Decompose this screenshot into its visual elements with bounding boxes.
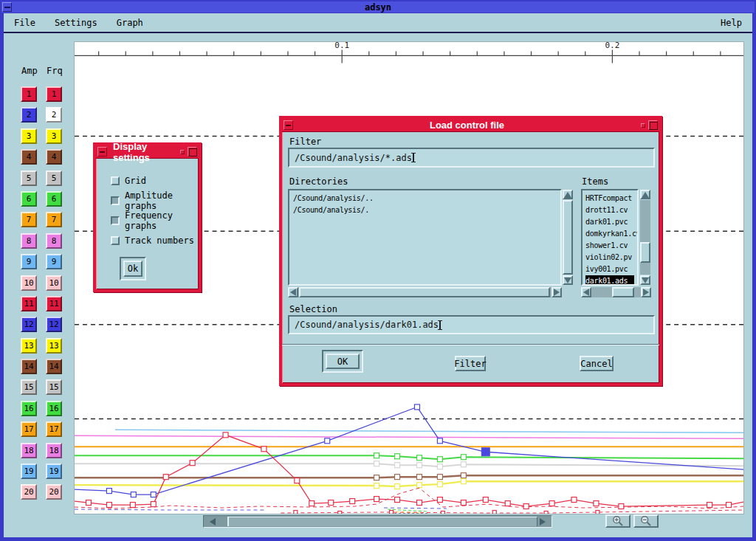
frq-track-7-button[interactable]: 7 xyxy=(46,212,62,227)
load-dialog-titlebar[interactable]: Load control file xyxy=(282,119,659,132)
file-list-item[interactable]: HRTFcompact xyxy=(585,193,634,204)
amp-track-10-button[interactable]: 10 xyxy=(21,275,37,291)
amp-track-17-button[interactable]: 17 xyxy=(21,421,37,437)
scroll-right-icon[interactable] xyxy=(641,287,651,297)
amp-track-5-button[interactable]: 5 xyxy=(21,170,37,186)
scrollbar-thumb[interactable] xyxy=(227,517,537,526)
freq-track4-brown-marker[interactable] xyxy=(461,473,466,478)
freq-track5-silver-marker[interactable] xyxy=(437,464,442,469)
amp-track1-red-marker[interactable] xyxy=(483,497,488,503)
amp-track1-red-marker[interactable] xyxy=(571,497,577,503)
minimize-icon[interactable] xyxy=(284,120,293,130)
menu-graph[interactable]: Graph xyxy=(117,18,143,28)
file-list-item[interactable]: violin02.pv xyxy=(585,252,634,263)
frq-track-9-button[interactable]: 9 xyxy=(46,254,62,269)
time-scrollbar[interactable] xyxy=(203,515,552,528)
amp-track-2-button[interactable]: 2 xyxy=(21,107,37,123)
scrollbar-thumb[interactable] xyxy=(563,200,573,275)
amp-track-20-button[interactable]: 20 xyxy=(21,484,37,500)
amp-track2-blue-marker[interactable] xyxy=(131,492,136,497)
file-list-item-selected[interactable]: dark01.ads xyxy=(585,275,634,286)
load-filter-button[interactable]: Filter xyxy=(455,356,486,371)
frq-track-11-button[interactable]: 11 xyxy=(46,296,62,311)
frq-track-5-button[interactable]: 5 xyxy=(46,170,62,186)
freq-track6-green-marker[interactable] xyxy=(374,453,379,458)
frq-track-18-button[interactable]: 18 xyxy=(46,443,62,458)
amp-track1-red-marker[interactable] xyxy=(505,501,510,506)
checked-checkbox-icon[interactable] xyxy=(111,196,120,205)
directory-list-item[interactable]: /Csound/analysis/.. xyxy=(293,193,557,204)
items-hscrollbar[interactable] xyxy=(581,287,651,297)
frq-track-2-button[interactable]: 2 xyxy=(46,107,62,123)
dialog-dot-icon[interactable] xyxy=(180,150,185,154)
zoom-in-button[interactable] xyxy=(605,514,630,528)
zoom-out-button[interactable] xyxy=(633,514,659,528)
amp-track-18-button[interactable]: 18 xyxy=(21,443,37,458)
scrollbar-thumb[interactable] xyxy=(640,242,650,263)
frq-track-16-button[interactable]: 16 xyxy=(46,401,62,416)
amp-track1-red-marker[interactable] xyxy=(190,461,195,466)
amp-track1-red-marker[interactable] xyxy=(106,503,111,508)
directory-list-item[interactable]: /Csound/analysis/. xyxy=(293,204,557,216)
frq-track-10-button[interactable]: 10 xyxy=(46,275,62,291)
amp-track2-blue-marker[interactable] xyxy=(414,404,419,410)
dashed-track1-low-marker[interactable] xyxy=(338,511,342,514)
selection-input[interactable]: /Csound/analysis/dark01.ads xyxy=(288,315,655,334)
amp-track2-blue-marker[interactable] xyxy=(325,438,330,444)
items-listbox[interactable]: HRTFcompactdrott11.cvdark01.pvcdomkyrkan… xyxy=(581,189,639,286)
scroll-up-icon[interactable] xyxy=(640,190,650,199)
frq-track-3-button[interactable]: 3 xyxy=(46,128,62,144)
file-list-item[interactable]: dark01.pvc xyxy=(585,216,634,228)
frq-track-1-button[interactable]: 1 xyxy=(46,86,62,102)
file-list-item[interactable]: ivy001.pvc xyxy=(585,263,634,275)
amp-track1-red-marker[interactable] xyxy=(374,497,379,502)
frq-track-19-button[interactable]: 19 xyxy=(46,464,62,479)
amp-track-7-button[interactable]: 7 xyxy=(21,212,37,227)
amp-track1-red-marker[interactable] xyxy=(523,504,529,509)
amp-track1-red-marker[interactable] xyxy=(261,447,267,452)
scroll-down-icon[interactable] xyxy=(563,275,573,285)
checked-checkbox-icon[interactable] xyxy=(111,216,120,225)
freq-track6-green-marker[interactable] xyxy=(416,455,422,461)
freq-track4-brown-marker[interactable] xyxy=(437,475,442,480)
dashed-track1-low-marker[interactable] xyxy=(390,511,394,514)
frq-track-17-button[interactable]: 17 xyxy=(46,421,62,437)
items-vscrollbar[interactable] xyxy=(639,189,651,286)
load-ok-button[interactable]: OK xyxy=(326,354,360,369)
amp-track1-red-marker[interactable] xyxy=(151,502,156,507)
freq-track3-yellow-marker[interactable] xyxy=(395,484,400,489)
scroll-left-icon[interactable] xyxy=(581,287,591,297)
unchecked-checkbox-icon[interactable] xyxy=(111,176,120,185)
amp-track-13-button[interactable]: 13 xyxy=(21,338,37,354)
amp-track-9-button[interactable]: 9 xyxy=(21,254,37,269)
amp-track1-red-marker[interactable] xyxy=(594,501,599,506)
freq-track5-silver-marker[interactable] xyxy=(461,462,466,467)
frq-track-12-button[interactable]: 12 xyxy=(46,317,62,332)
checkbox-row[interactable]: Track numbers xyxy=(111,235,194,247)
amp-track2-blue-marker[interactable] xyxy=(437,438,442,444)
freq-track3-yellow-marker[interactable] xyxy=(416,483,422,488)
frq-track-15-button[interactable]: 15 xyxy=(46,379,62,395)
dashed-track1-low-marker[interactable] xyxy=(492,511,496,514)
amp-track1-red-marker[interactable] xyxy=(707,503,712,508)
freq-track6-green-marker[interactable] xyxy=(395,454,400,459)
freq-track6-green-marker[interactable] xyxy=(461,455,466,460)
amp-track1-red-marker[interactable] xyxy=(461,500,466,506)
freq-track5-silver-marker[interactable] xyxy=(416,463,422,468)
amp-track1-red-marker[interactable] xyxy=(437,497,442,503)
amp-track1-red-marker[interactable] xyxy=(329,500,334,506)
scroll-right-icon[interactable] xyxy=(535,517,550,526)
scroll-up-icon[interactable] xyxy=(563,190,573,199)
amp-track1-red-marker[interactable] xyxy=(395,497,400,503)
amp-track1-red-marker[interactable] xyxy=(726,503,732,508)
amp-track1-red-marker[interactable] xyxy=(130,503,135,508)
amp-track1-red-marker[interactable] xyxy=(416,500,422,506)
window-titlebar[interactable]: adsyn xyxy=(1,1,755,13)
amp-track1-red-marker[interactable] xyxy=(86,500,91,506)
menu-settings[interactable]: Settings xyxy=(55,18,97,28)
file-list-item[interactable]: drott11.cv xyxy=(585,204,634,216)
amp-track-19-button[interactable]: 19 xyxy=(21,464,37,479)
amp-track-8-button[interactable]: 8 xyxy=(21,233,37,249)
amp-track1-red-marker[interactable] xyxy=(350,499,355,504)
frq-track-14-button[interactable]: 14 xyxy=(46,359,62,374)
